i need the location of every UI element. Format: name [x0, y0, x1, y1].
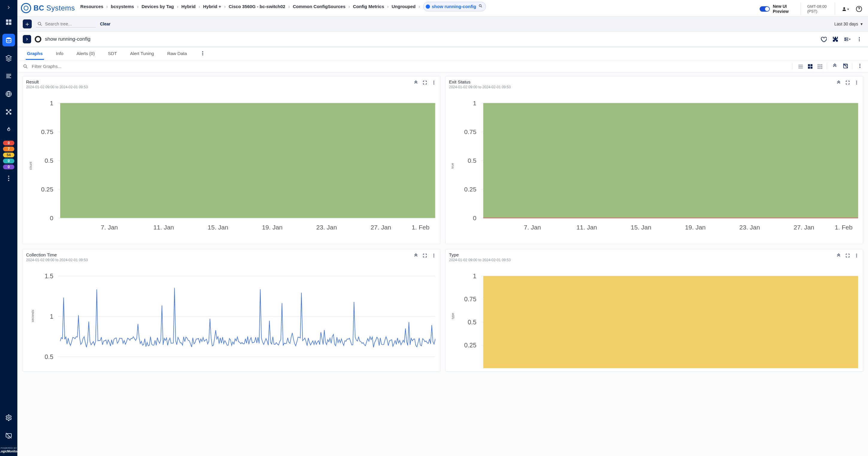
card-fullscreen-icon[interactable]	[422, 253, 428, 258]
favorite-icon[interactable]	[820, 36, 827, 42]
datasource-icon	[35, 36, 41, 42]
card-kebab[interactable]	[431, 253, 437, 258]
calendar-off-icon[interactable]	[842, 63, 848, 70]
nav-globe-icon[interactable]	[2, 88, 15, 100]
datasource-title: show running-config	[45, 36, 90, 42]
svg-rect-42	[821, 66, 822, 67]
filterbar-kebab[interactable]	[852, 63, 863, 69]
tab-alert-tuning[interactable]: Alert Tuning	[129, 48, 155, 60]
nav-dashboard-icon[interactable]	[2, 16, 15, 28]
time-range-picker[interactable]: Last 30 days ▾	[834, 22, 863, 26]
tree-toolbar: ＋ Clear Last 30 days ▾	[18, 17, 868, 32]
crumb-chip-search-icon[interactable]	[478, 3, 483, 10]
crumb[interactable]: Resources	[80, 3, 103, 10]
svg-rect-40	[818, 66, 819, 67]
nav-resources-icon[interactable]	[2, 34, 15, 46]
tab-sdt[interactable]: SDT	[106, 48, 118, 60]
tab-raw-data[interactable]: Raw Data	[166, 48, 188, 60]
badge-error[interactable]: 7	[3, 146, 14, 152]
card-fullscreen-icon[interactable]	[422, 80, 428, 85]
graph-filter-input[interactable]	[32, 64, 110, 69]
nav-monitor-off-icon[interactable]	[2, 429, 15, 442]
chart-exit[interactable]: 1 0.75 0.5 0.25 0 7. Jan 11. Jan 15. Jan…	[458, 92, 859, 241]
crumb[interactable]: Hybrid	[181, 3, 196, 10]
badge-warning[interactable]: 54	[3, 153, 14, 157]
time-range-label: Last 30 days	[834, 22, 858, 26]
svg-text:0.25: 0.25	[464, 342, 476, 349]
tab-graphs[interactable]: Graphs	[26, 48, 44, 60]
tree-search-input[interactable]	[45, 21, 93, 26]
puzzle-icon[interactable]	[832, 36, 839, 42]
datasource-kebab[interactable]	[856, 36, 863, 42]
add-button[interactable]: ＋	[23, 20, 32, 28]
card-kebab[interactable]	[854, 80, 859, 85]
card-subtitle: 2024-01-02 09:00 to 2024-02-01 09:53	[449, 258, 836, 262]
card-fullscreen-icon[interactable]	[845, 253, 850, 258]
svg-rect-38	[819, 64, 820, 65]
view-list-icon[interactable]	[797, 63, 804, 70]
tab-alerts[interactable]: Alerts (0)	[75, 48, 96, 60]
tabs-kebab[interactable]	[200, 51, 206, 57]
nav-settings-icon[interactable]	[2, 412, 15, 424]
card-type: Type 2024-01-02 09:00 to 2024-02-01 09:5…	[445, 249, 864, 371]
svg-text:11. Jan: 11. Jan	[153, 224, 174, 231]
crumb[interactable]: Common ConfigSources	[293, 3, 345, 10]
crumb[interactable]: Hybrid +	[203, 3, 221, 10]
crumb[interactable]: Cisco 3560G - bc-switch02	[229, 3, 285, 10]
svg-point-71	[856, 81, 857, 82]
svg-point-95	[433, 257, 434, 258]
nav-fire-icon[interactable]	[2, 124, 15, 136]
crumb-chip[interactable]: show running-config	[423, 2, 486, 11]
chart-collection[interactable]: 1.5 1 0.5	[35, 264, 435, 368]
svg-text:19. Jan: 19. Jan	[262, 224, 283, 231]
card-collapse-icon[interactable]	[413, 80, 418, 85]
view-grid3-icon[interactable]	[816, 63, 823, 70]
sidebar-expand-button[interactable]	[3, 2, 15, 13]
svg-point-21	[845, 38, 845, 38]
svg-text:0.5: 0.5	[44, 157, 53, 164]
svg-text:0.5: 0.5	[44, 353, 53, 360]
badge-critical[interactable]: 0	[3, 141, 14, 145]
card-collapse-icon[interactable]	[836, 253, 841, 258]
badge-info[interactable]: 0	[3, 159, 14, 163]
nav-topology-icon[interactable]	[2, 106, 15, 118]
help-icon[interactable]	[856, 5, 863, 12]
tree-collapse-button[interactable]	[23, 35, 31, 43]
svg-text:0.75: 0.75	[464, 296, 476, 303]
card-collapse-icon[interactable]	[836, 80, 841, 85]
chevron-down-icon: ▾	[861, 22, 863, 26]
svg-rect-36	[810, 66, 813, 68]
card-subtitle: 2024-01-02 09:00 to 2024-02-01 09:53	[26, 258, 413, 262]
tree-search[interactable]	[36, 21, 96, 28]
card-kebab[interactable]	[854, 253, 859, 258]
expand-all-icon[interactable]	[832, 63, 838, 70]
svg-rect-2	[6, 23, 8, 25]
card-fullscreen-icon[interactable]	[845, 80, 850, 85]
card-result: Result 2024-01-02 09:00 to 2024-02-01 09…	[22, 76, 440, 244]
view-grid2-icon[interactable]	[807, 63, 813, 70]
crumb[interactable]: Ungrouped	[392, 3, 415, 10]
chart-result[interactable]: 1 0.75 0.5 0.25 0 7. Jan 11. Jan 15. Jan…	[35, 92, 435, 241]
card-kebab[interactable]	[431, 80, 437, 85]
brand-logo[interactable]: BC Systems	[21, 1, 75, 13]
svg-text:27. Jan: 27. Jan	[794, 224, 814, 231]
badge-other[interactable]: 0	[3, 165, 14, 169]
server-icon[interactable]: ▾	[844, 36, 850, 42]
crumb[interactable]: Config Metrics	[353, 3, 384, 10]
nav-more-icon[interactable]	[2, 172, 15, 185]
svg-text:27. Jan: 27. Jan	[371, 224, 391, 231]
new-ui-toggle[interactable]	[760, 6, 770, 12]
user-menu[interactable]: ▾	[842, 5, 849, 12]
svg-point-102	[856, 254, 857, 255]
svg-point-12	[8, 180, 9, 181]
card-collapse-icon[interactable]	[413, 253, 418, 258]
crumb[interactable]: bcsystems	[111, 3, 134, 10]
svg-point-28	[203, 55, 203, 55]
chart-type[interactable]: 1 0.75 0.5 0.25	[458, 264, 859, 368]
crumb[interactable]: Devices by Tag	[142, 3, 174, 10]
svg-rect-63	[60, 103, 435, 218]
tab-info[interactable]: Info	[55, 48, 65, 60]
clear-button[interactable]: Clear	[100, 22, 111, 26]
nav-logs-icon[interactable]	[2, 70, 15, 82]
nav-layers-icon[interactable]	[2, 52, 15, 64]
